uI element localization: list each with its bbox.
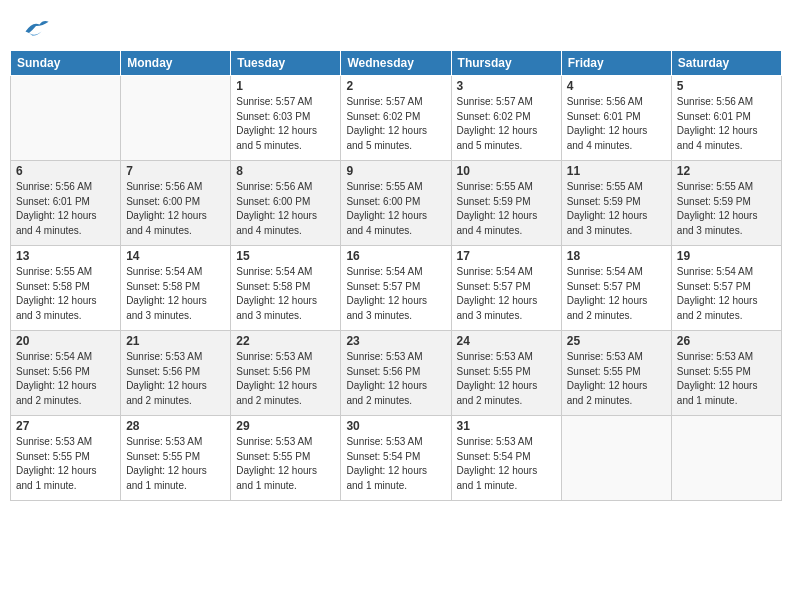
day-number: 6 (16, 164, 115, 178)
day-info: Sunrise: 5:57 AM Sunset: 6:02 PM Dayligh… (346, 95, 445, 153)
day-info: Sunrise: 5:57 AM Sunset: 6:03 PM Dayligh… (236, 95, 335, 153)
day-info: Sunrise: 5:56 AM Sunset: 6:01 PM Dayligh… (16, 180, 115, 238)
calendar-day-cell: 9Sunrise: 5:55 AM Sunset: 6:00 PM Daylig… (341, 161, 451, 246)
day-number: 5 (677, 79, 776, 93)
calendar-day-cell: 3Sunrise: 5:57 AM Sunset: 6:02 PM Daylig… (451, 76, 561, 161)
day-of-week-header: Tuesday (231, 51, 341, 76)
day-number: 12 (677, 164, 776, 178)
calendar-day-cell (561, 416, 671, 501)
calendar-day-cell: 8Sunrise: 5:56 AM Sunset: 6:00 PM Daylig… (231, 161, 341, 246)
day-number: 23 (346, 334, 445, 348)
day-of-week-header: Thursday (451, 51, 561, 76)
day-number: 18 (567, 249, 666, 263)
calendar-day-cell (121, 76, 231, 161)
day-info: Sunrise: 5:54 AM Sunset: 5:58 PM Dayligh… (126, 265, 225, 323)
calendar-day-cell: 6Sunrise: 5:56 AM Sunset: 6:01 PM Daylig… (11, 161, 121, 246)
calendar-day-cell: 17Sunrise: 5:54 AM Sunset: 5:57 PM Dayli… (451, 246, 561, 331)
day-number: 16 (346, 249, 445, 263)
day-number: 25 (567, 334, 666, 348)
calendar-day-cell: 28Sunrise: 5:53 AM Sunset: 5:55 PM Dayli… (121, 416, 231, 501)
day-info: Sunrise: 5:53 AM Sunset: 5:56 PM Dayligh… (346, 350, 445, 408)
day-info: Sunrise: 5:54 AM Sunset: 5:57 PM Dayligh… (457, 265, 556, 323)
calendar-week-row: 1Sunrise: 5:57 AM Sunset: 6:03 PM Daylig… (11, 76, 782, 161)
day-of-week-header: Wednesday (341, 51, 451, 76)
calendar-day-cell: 19Sunrise: 5:54 AM Sunset: 5:57 PM Dayli… (671, 246, 781, 331)
day-info: Sunrise: 5:55 AM Sunset: 5:58 PM Dayligh… (16, 265, 115, 323)
calendar-day-cell: 22Sunrise: 5:53 AM Sunset: 5:56 PM Dayli… (231, 331, 341, 416)
day-number: 8 (236, 164, 335, 178)
calendar-day-cell: 25Sunrise: 5:53 AM Sunset: 5:55 PM Dayli… (561, 331, 671, 416)
day-info: Sunrise: 5:55 AM Sunset: 5:59 PM Dayligh… (567, 180, 666, 238)
day-info: Sunrise: 5:53 AM Sunset: 5:55 PM Dayligh… (457, 350, 556, 408)
day-number: 9 (346, 164, 445, 178)
day-info: Sunrise: 5:54 AM Sunset: 5:57 PM Dayligh… (567, 265, 666, 323)
logo (20, 18, 50, 42)
day-info: Sunrise: 5:54 AM Sunset: 5:57 PM Dayligh… (677, 265, 776, 323)
day-number: 24 (457, 334, 556, 348)
day-number: 7 (126, 164, 225, 178)
calendar-day-cell: 24Sunrise: 5:53 AM Sunset: 5:55 PM Dayli… (451, 331, 561, 416)
calendar-day-cell: 26Sunrise: 5:53 AM Sunset: 5:55 PM Dayli… (671, 331, 781, 416)
calendar-day-cell: 20Sunrise: 5:54 AM Sunset: 5:56 PM Dayli… (11, 331, 121, 416)
calendar-day-cell: 15Sunrise: 5:54 AM Sunset: 5:58 PM Dayli… (231, 246, 341, 331)
day-info: Sunrise: 5:53 AM Sunset: 5:54 PM Dayligh… (457, 435, 556, 493)
calendar-table: SundayMondayTuesdayWednesdayThursdayFrid… (10, 50, 782, 501)
day-of-week-header: Saturday (671, 51, 781, 76)
calendar-day-cell: 14Sunrise: 5:54 AM Sunset: 5:58 PM Dayli… (121, 246, 231, 331)
calendar-day-cell: 7Sunrise: 5:56 AM Sunset: 6:00 PM Daylig… (121, 161, 231, 246)
day-info: Sunrise: 5:57 AM Sunset: 6:02 PM Dayligh… (457, 95, 556, 153)
day-info: Sunrise: 5:55 AM Sunset: 5:59 PM Dayligh… (457, 180, 556, 238)
page-header (10, 10, 782, 46)
calendar-day-cell: 12Sunrise: 5:55 AM Sunset: 5:59 PM Dayli… (671, 161, 781, 246)
day-info: Sunrise: 5:53 AM Sunset: 5:54 PM Dayligh… (346, 435, 445, 493)
day-number: 17 (457, 249, 556, 263)
day-info: Sunrise: 5:53 AM Sunset: 5:55 PM Dayligh… (567, 350, 666, 408)
calendar-header-row: SundayMondayTuesdayWednesdayThursdayFrid… (11, 51, 782, 76)
day-info: Sunrise: 5:56 AM Sunset: 6:00 PM Dayligh… (236, 180, 335, 238)
day-number: 26 (677, 334, 776, 348)
day-info: Sunrise: 5:54 AM Sunset: 5:57 PM Dayligh… (346, 265, 445, 323)
calendar-day-cell: 18Sunrise: 5:54 AM Sunset: 5:57 PM Dayli… (561, 246, 671, 331)
day-number: 13 (16, 249, 115, 263)
day-number: 14 (126, 249, 225, 263)
day-number: 20 (16, 334, 115, 348)
calendar-day-cell: 2Sunrise: 5:57 AM Sunset: 6:02 PM Daylig… (341, 76, 451, 161)
day-of-week-header: Sunday (11, 51, 121, 76)
day-info: Sunrise: 5:54 AM Sunset: 5:58 PM Dayligh… (236, 265, 335, 323)
day-number: 30 (346, 419, 445, 433)
day-number: 27 (16, 419, 115, 433)
day-info: Sunrise: 5:53 AM Sunset: 5:56 PM Dayligh… (126, 350, 225, 408)
calendar-day-cell (11, 76, 121, 161)
calendar-day-cell: 23Sunrise: 5:53 AM Sunset: 5:56 PM Dayli… (341, 331, 451, 416)
day-number: 10 (457, 164, 556, 178)
day-info: Sunrise: 5:53 AM Sunset: 5:56 PM Dayligh… (236, 350, 335, 408)
day-info: Sunrise: 5:55 AM Sunset: 6:00 PM Dayligh… (346, 180, 445, 238)
day-number: 22 (236, 334, 335, 348)
day-number: 1 (236, 79, 335, 93)
day-number: 15 (236, 249, 335, 263)
calendar-day-cell: 16Sunrise: 5:54 AM Sunset: 5:57 PM Dayli… (341, 246, 451, 331)
calendar-day-cell (671, 416, 781, 501)
day-info: Sunrise: 5:55 AM Sunset: 5:59 PM Dayligh… (677, 180, 776, 238)
day-info: Sunrise: 5:54 AM Sunset: 5:56 PM Dayligh… (16, 350, 115, 408)
day-number: 11 (567, 164, 666, 178)
day-info: Sunrise: 5:56 AM Sunset: 6:01 PM Dayligh… (677, 95, 776, 153)
day-number: 19 (677, 249, 776, 263)
calendar-week-row: 13Sunrise: 5:55 AM Sunset: 5:58 PM Dayli… (11, 246, 782, 331)
day-info: Sunrise: 5:53 AM Sunset: 5:55 PM Dayligh… (126, 435, 225, 493)
day-number: 21 (126, 334, 225, 348)
logo-bird-icon (22, 17, 50, 39)
day-info: Sunrise: 5:53 AM Sunset: 5:55 PM Dayligh… (677, 350, 776, 408)
calendar-week-row: 20Sunrise: 5:54 AM Sunset: 5:56 PM Dayli… (11, 331, 782, 416)
day-number: 3 (457, 79, 556, 93)
calendar-day-cell: 30Sunrise: 5:53 AM Sunset: 5:54 PM Dayli… (341, 416, 451, 501)
day-of-week-header: Monday (121, 51, 231, 76)
day-number: 4 (567, 79, 666, 93)
day-info: Sunrise: 5:53 AM Sunset: 5:55 PM Dayligh… (236, 435, 335, 493)
calendar-week-row: 27Sunrise: 5:53 AM Sunset: 5:55 PM Dayli… (11, 416, 782, 501)
calendar-day-cell: 13Sunrise: 5:55 AM Sunset: 5:58 PM Dayli… (11, 246, 121, 331)
calendar-day-cell: 4Sunrise: 5:56 AM Sunset: 6:01 PM Daylig… (561, 76, 671, 161)
day-of-week-header: Friday (561, 51, 671, 76)
calendar-day-cell: 1Sunrise: 5:57 AM Sunset: 6:03 PM Daylig… (231, 76, 341, 161)
day-info: Sunrise: 5:56 AM Sunset: 6:00 PM Dayligh… (126, 180, 225, 238)
